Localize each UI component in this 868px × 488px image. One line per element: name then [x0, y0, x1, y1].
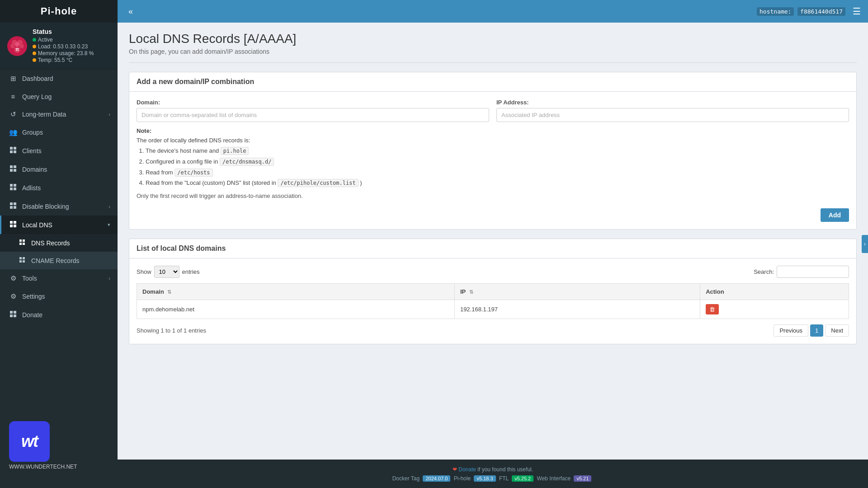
- note-item-4: Read from the "Local (custom) DNS" list …: [146, 178, 849, 188]
- search-label: Search:: [754, 268, 774, 275]
- note-title: Note:: [137, 127, 849, 134]
- next-button[interactable]: Next: [825, 324, 849, 337]
- sidebar-item-domains[interactable]: Domains: [0, 160, 118, 178]
- svg-rect-27: [14, 225, 16, 227]
- pagination-buttons: Previous 1 Next: [774, 324, 849, 337]
- sidebar-item-cname-records[interactable]: CNAME Records: [0, 252, 118, 269]
- sidebar-item-local-dns[interactable]: Local DNS ▾: [0, 216, 118, 234]
- add-form-card: Add a new domain/IP combination Domain: …: [129, 72, 857, 230]
- footer: ❤ Donate if you found this useful. Docke…: [118, 460, 868, 488]
- sidebar-item-label: Domains: [22, 166, 110, 173]
- domain-input[interactable]: [137, 108, 489, 122]
- svg-rect-21: [14, 202, 16, 205]
- hosts-code: /etc/hosts: [175, 169, 212, 177]
- app-title: Pi-hole: [41, 5, 77, 17]
- svg-rect-25: [14, 221, 16, 224]
- clients-icon: [9, 146, 18, 155]
- sidebar-item-label: Adlists: [22, 184, 110, 192]
- svg-rect-19: [14, 188, 16, 190]
- topbar-menu-button[interactable]: ☰: [853, 6, 861, 17]
- note-list: The device's host name and pi.hole Confi…: [137, 146, 849, 188]
- svg-rect-13: [14, 165, 16, 168]
- note-item-2: Configured in a config file in /etc/dnsm…: [146, 157, 849, 167]
- docker-tag-value: 2024.07.0: [423, 475, 450, 482]
- sidebar-item-disable-blocking[interactable]: Disable Blocking ‹: [0, 197, 118, 216]
- sidebar-item-groups[interactable]: 👥 Groups: [0, 123, 118, 141]
- column-ip[interactable]: IP ⇅: [454, 284, 700, 300]
- svg-point-4: [19, 44, 24, 48]
- svg-rect-29: [23, 239, 25, 242]
- title-divider: [129, 62, 857, 63]
- sidebar-item-query-log[interactable]: ≡ Query Log: [0, 88, 118, 105]
- delete-button[interactable]: 🗑: [706, 304, 719, 314]
- dns-records-svg-icon: [19, 239, 25, 245]
- note-item-4-text: Read from the "Local (custom) DNS" list …: [146, 179, 278, 186]
- cell-domain: npm.dehomelab.net: [137, 300, 455, 319]
- note-item-3-text: Read from: [146, 169, 175, 176]
- note-item-1: The device's host name and pi.hole: [146, 146, 849, 156]
- load-dot: [33, 45, 36, 48]
- groups-icon: 👥: [9, 128, 18, 136]
- svg-point-3: [10, 44, 15, 48]
- sidebar-item-label: Query Log: [22, 93, 110, 100]
- sidebar-item-clients[interactable]: Clients: [0, 141, 118, 160]
- svg-rect-38: [10, 314, 13, 317]
- svg-rect-32: [19, 257, 22, 259]
- search-input[interactable]: [777, 266, 849, 278]
- cell-ip: 192.168.1.197: [454, 300, 700, 319]
- svg-rect-30: [19, 243, 22, 245]
- local-dns-arrow: ▾: [108, 222, 110, 228]
- adlists-icon: [9, 183, 18, 192]
- previous-button[interactable]: Previous: [774, 324, 808, 337]
- entries-select[interactable]: 10 25 50 100: [154, 266, 179, 278]
- local-dns-icon: [9, 221, 18, 229]
- column-ip-label: IP: [460, 288, 466, 295]
- svg-rect-28: [19, 239, 22, 242]
- table-card: List of local DNS domains Show 10 25 50 …: [129, 239, 857, 344]
- sidebar-item-dashboard[interactable]: ⊞ Dashboard: [0, 70, 118, 88]
- status-temp-line: Temp: 55.5 °C: [33, 57, 94, 63]
- svg-rect-26: [10, 225, 13, 227]
- sidebar-item-dns-records[interactable]: DNS Records: [0, 234, 118, 252]
- sidebar-item-donate[interactable]: Donate: [0, 305, 118, 324]
- table-header-row: Domain ⇅ IP ⇅ Action: [137, 284, 849, 300]
- show-label: Show: [137, 268, 151, 275]
- status-temp: Temp: 55.5 °C: [38, 57, 72, 63]
- sidebar-item-label: Clients: [22, 147, 110, 155]
- active-dot: [33, 38, 36, 42]
- table-search: Search:: [754, 266, 849, 278]
- sidebar-item-long-term-data[interactable]: ↺ Long-term Data ‹: [0, 105, 118, 123]
- footer-donate-line: ❤ Donate if you found this useful.: [127, 466, 859, 473]
- sidebar-item-adlists[interactable]: Adlists: [0, 178, 118, 197]
- ip-input[interactable]: [496, 108, 849, 122]
- add-form-card-body: Domain: IP Address: Note: The order of l…: [129, 92, 856, 229]
- sidebar-item-label: Dashboard: [22, 75, 110, 82]
- svg-rect-22: [10, 206, 13, 209]
- column-action-label: Action: [706, 288, 724, 295]
- domains-svg-icon: [9, 165, 17, 172]
- long-term-arrow: ‹: [108, 112, 110, 117]
- dnsmasq-code: /etc/dnsmasq.d/: [220, 158, 274, 166]
- dashboard-icon: ⊞: [9, 75, 18, 83]
- sidebar-item-settings[interactable]: ⚙ Settings: [0, 287, 118, 305]
- column-domain[interactable]: Domain ⇅: [137, 284, 455, 300]
- table-row: npm.dehomelab.net 192.168.1.197 🗑: [137, 300, 849, 319]
- footer-donate-link[interactable]: Donate: [458, 466, 476, 473]
- sidebar-item-label: Local DNS: [22, 221, 108, 229]
- dns-records-icon: [18, 239, 27, 247]
- note-only-first: Only the first record will trigger an ad…: [137, 192, 849, 199]
- right-collapse-tab[interactable]: ›: [862, 235, 868, 253]
- hostname-value: f8861440d517: [797, 7, 845, 16]
- web-label: Web Interface: [537, 475, 571, 482]
- sidebar-item-tools[interactable]: ⚙ Tools ‹: [0, 269, 118, 287]
- svg-rect-39: [14, 314, 16, 317]
- sidebar-item-label: Groups: [22, 129, 110, 136]
- sidebar: Pi-hole π Status Active Load: 0.53 0.33 …: [0, 0, 118, 488]
- sidebar-item-label: DNS Records: [31, 239, 110, 247]
- table-card-header: List of local DNS domains: [129, 239, 856, 258]
- add-form-card-header: Add a new domain/IP combination: [129, 72, 856, 92]
- sidebar-toggle-button[interactable]: «: [125, 5, 137, 18]
- sort-domain-icon: ⇅: [167, 289, 171, 295]
- heart-icon: ❤: [453, 466, 457, 473]
- add-button[interactable]: Add: [821, 208, 849, 222]
